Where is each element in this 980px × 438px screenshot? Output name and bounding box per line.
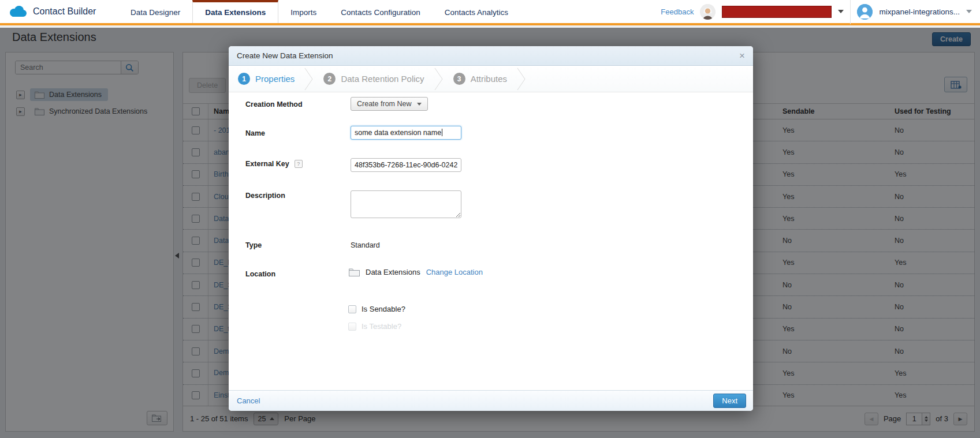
user-avatar-icon <box>857 4 873 20</box>
app-title: Contact Builder <box>33 6 96 17</box>
next-button[interactable]: Next <box>713 394 746 408</box>
close-icon[interactable]: × <box>739 51 745 61</box>
create-data-extension-modal: Create New Data Extension × 1 Properties… <box>229 46 753 411</box>
is-sendable-checkbox[interactable] <box>348 305 356 313</box>
chevron-down-icon[interactable] <box>966 10 972 13</box>
wizard-step[interactable]: 1 Properties <box>238 73 295 85</box>
modal-body: Creation Method Create from New Name som… <box>229 92 753 390</box>
is-testable-row: Is Testable? <box>348 322 401 331</box>
description-textarea[interactable] <box>351 190 461 218</box>
chevron-down-icon[interactable] <box>838 10 844 13</box>
modal-title: Create New Data Extension <box>237 51 333 60</box>
help-icon[interactable]: ? <box>295 160 303 168</box>
name-input[interactable]: some data extension name <box>351 126 461 140</box>
step-number: 3 <box>453 73 465 85</box>
nav-tab[interactable]: Imports <box>278 0 329 23</box>
chevron-down-icon <box>417 103 422 106</box>
text-cursor <box>442 129 442 136</box>
top-nav: Contact Builder Data Designer Data Exten… <box>0 0 980 25</box>
type-value: Standard <box>351 241 380 249</box>
external-key-label: External Key ? <box>245 160 303 168</box>
nav-tab[interactable]: Data Designer <box>118 0 192 23</box>
is-sendable-label: Is Sendable? <box>362 305 405 313</box>
cancel-link[interactable]: Cancel <box>237 396 260 405</box>
nav-right: Feedback mixpanel-integrations.. <box>661 0 980 23</box>
step-chevron-icon <box>433 66 445 92</box>
location-row: Data Extensions Change Location <box>349 268 483 276</box>
creation-method-dropdown[interactable]: Create from New <box>351 97 428 111</box>
step-chevron-icon <box>516 66 527 92</box>
brand: Contact Builder <box>0 0 118 23</box>
einstein-avatar <box>700 4 716 20</box>
modal-footer: Cancel Next <box>229 390 753 411</box>
name-value: some data extension name <box>355 129 441 137</box>
step-label: Attributes <box>471 74 507 84</box>
type-label: Type <box>245 241 262 249</box>
name-label: Name <box>245 129 265 137</box>
is-testable-label: Is Testable? <box>362 322 401 331</box>
folder-icon <box>349 268 360 276</box>
creation-method-value: Create from New <box>357 100 411 108</box>
step-number: 1 <box>238 73 250 85</box>
change-location-link[interactable]: Change Location <box>426 268 483 276</box>
step-number: 2 <box>323 73 336 85</box>
modal-header: Create New Data Extension × <box>229 46 753 66</box>
nav-tabs: Data Designer Data Extensions Imports Co… <box>118 0 520 23</box>
step-label: Properties <box>255 74 295 84</box>
redacted-account-block[interactable] <box>722 6 832 18</box>
wizard-steps: 1 Properties 2 Data Retention Policy 3 A… <box>229 66 753 92</box>
nav-tab[interactable]: Data Extensions <box>192 0 278 23</box>
step-chevron-icon <box>303 66 315 92</box>
creation-method-label: Creation Method <box>245 100 303 108</box>
is-sendable-row: Is Sendable? <box>348 305 405 313</box>
description-label: Description <box>245 192 285 200</box>
account-name[interactable]: mixpanel-integrations... <box>879 8 960 16</box>
nav-divider <box>850 0 851 24</box>
is-testable-checkbox <box>348 323 356 331</box>
nav-tab[interactable]: Contacts Analytics <box>433 0 520 23</box>
external-key-input[interactable] <box>351 158 461 172</box>
nav-tab[interactable]: Contacts Configuration <box>329 0 432 23</box>
location-value: Data Extensions <box>366 268 420 276</box>
cloud-logo-icon <box>8 5 28 18</box>
wizard-step[interactable]: 3 Attributes <box>453 73 507 85</box>
app-root: Contact Builder Data Designer Data Exten… <box>0 0 980 438</box>
step-label: Data Retention Policy <box>341 74 424 84</box>
location-label: Location <box>245 270 275 278</box>
feedback-link[interactable]: Feedback <box>661 8 694 16</box>
wizard-step[interactable]: 2 Data Retention Policy <box>323 73 424 85</box>
